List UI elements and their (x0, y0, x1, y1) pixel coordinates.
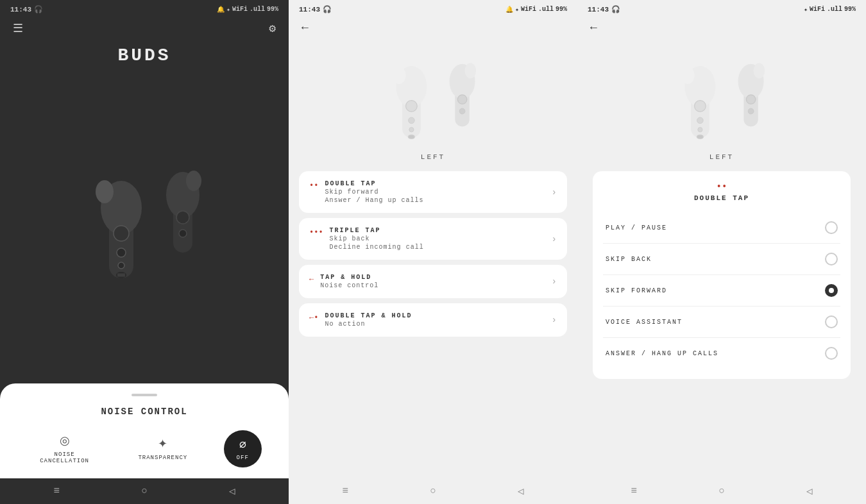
svg-point-32 (681, 67, 695, 84)
app-title: BUDS (0, 46, 289, 65)
option-voice-assistant[interactable]: VOICE ASSISTANT (603, 307, 840, 338)
radio-answer-hang[interactable] (825, 347, 838, 360)
nav-home-icon-1[interactable]: ○ (141, 485, 148, 497)
nav-menu-icon-1[interactable]: ≡ (54, 485, 60, 497)
nav-back-icon-1[interactable]: ◁ (229, 485, 235, 498)
gesture-arrow-3: › (552, 276, 557, 287)
svg-point-27 (465, 63, 477, 78)
gesture-arrow-1: › (552, 187, 557, 197)
svg-point-29 (459, 108, 465, 114)
earbuds-svg-light (350, 46, 516, 148)
phone-3: 11:43 🎧 ✦ WiFi .ull 99% ← (577, 0, 866, 504)
top-bar-3: ← (577, 16, 866, 39)
side-label-3: LEFT (577, 153, 866, 161)
status-bar-3: 11:43 🎧 ✦ WiFi .ull 99% (577, 0, 866, 16)
noise-control-title: NOISE CONTROL (15, 407, 273, 417)
svg-point-44 (748, 108, 754, 114)
option-play-pause[interactable]: PLAY / PAUSE (603, 212, 840, 244)
triple-tap-dot: ••• (309, 228, 323, 237)
svg-point-12 (186, 171, 201, 191)
transparency-btn[interactable]: ✦ TRANSPARENCY (125, 430, 200, 467)
svg-point-3 (114, 226, 129, 241)
gesture-tap-hold[interactable]: ← TAP & HOLD Noise control › (299, 265, 567, 298)
selection-panel-container: •• DOUBLE TAP PLAY / PAUSE SKIP BACK SKI… (577, 171, 866, 478)
selection-panel: •• DOUBLE TAP PLAY / PAUSE SKIP BACK SKI… (593, 171, 851, 379)
svg-point-20 (409, 128, 414, 132)
svg-point-4 (117, 248, 126, 257)
svg-point-35 (698, 128, 702, 132)
gesture-arrow-2: › (552, 234, 557, 244)
off-icon: ⌀ (239, 437, 246, 451)
bottom-nav-3: ≡ ○ ◁ (577, 478, 866, 504)
radio-skip-forward[interactable] (825, 284, 838, 297)
bottom-nav-1: ≡ ○ ◁ (0, 478, 289, 504)
gesture-double-tap[interactable]: •• DOUBLE TAP Skip forward Answer / Hang… (299, 171, 567, 213)
svg-point-19 (409, 117, 415, 124)
transparency-icon: ✦ (158, 437, 167, 451)
top-bar-2: ← (289, 16, 577, 39)
gesture-triple-tap[interactable]: ••• TRIPLE TAP Skip back Decline incomin… (299, 218, 567, 260)
option-answer-hang[interactable]: ANSWER / HANG UP CALLS (603, 338, 840, 369)
earbuds-display (0, 71, 289, 383)
svg-point-13 (176, 211, 189, 224)
phone-1: 11:43 🎧 🔔 ✦ WiFi .ull 99% ☰ ⚙ BUDS (0, 0, 289, 504)
svg-point-28 (457, 95, 466, 104)
earbuds-top-3 (577, 39, 866, 148)
radio-skip-back[interactable] (825, 253, 838, 265)
radio-voice-assistant[interactable] (825, 315, 838, 328)
gesture-double-tap-hold[interactable]: ←• DOUBLE TAP & HOLD No action › (299, 303, 567, 337)
earbuds-svg-light-3 (638, 46, 805, 148)
tap-hold-dot: ← (309, 275, 314, 284)
nav-menu-icon-3[interactable]: ≡ (631, 485, 638, 497)
status-time-1: 11:43 🎧 (10, 5, 43, 13)
double-tap-hold-dot: ←• (309, 314, 318, 323)
back-icon-3[interactable]: ← (590, 21, 597, 34)
double-tap-dot: •• (309, 181, 318, 190)
gesture-arrow-4: › (552, 315, 557, 325)
nav-menu-icon-2[interactable]: ≡ (343, 485, 349, 497)
nav-home-icon-2[interactable]: ○ (430, 485, 436, 497)
side-label-2: LEFT (289, 153, 577, 161)
phone-2: 11:43 🎧 🔔 ✦ WiFi .ull 99% ← (289, 0, 577, 504)
bottom-sheet: NOISE CONTROL ◎ NOISECANCELLATION ✦ TRAN… (0, 383, 289, 478)
svg-point-5 (118, 262, 124, 269)
panel-dots: •• (603, 181, 840, 192)
noise-cancellation-btn[interactable]: ◎ NOISECANCELLATION (27, 427, 102, 471)
option-skip-back[interactable]: SKIP BACK (603, 244, 840, 275)
menu-icon[interactable]: ☰ (13, 21, 23, 35)
back-icon-2[interactable]: ← (301, 21, 309, 34)
noise-controls: ◎ NOISECANCELLATION ✦ TRANSPARENCY ⌀ OFF (15, 427, 273, 471)
status-bar-1: 11:43 🎧 🔔 ✦ WiFi .ull 99% (0, 0, 289, 16)
svg-point-33 (695, 101, 706, 112)
off-btn[interactable]: ⌀ OFF (224, 430, 262, 467)
earbuds-svg-dark (55, 144, 234, 310)
status-bar-2: 11:43 🎧 🔔 ✦ WiFi .ull 99% (289, 0, 577, 16)
bottom-nav-2: ≡ ○ ◁ (289, 478, 577, 504)
nav-home-icon-3[interactable]: ○ (718, 485, 725, 497)
nav-back-icon-2[interactable]: ◁ (518, 485, 524, 498)
svg-point-14 (179, 230, 187, 237)
svg-point-17 (393, 67, 406, 84)
earbuds-top-2 (289, 39, 577, 148)
option-skip-forward[interactable]: SKIP FORWARD (603, 275, 840, 307)
gesture-list: •• DOUBLE TAP Skip forward Answer / Hang… (289, 171, 577, 478)
svg-point-18 (406, 101, 418, 112)
panel-header: •• DOUBLE TAP (603, 181, 840, 202)
sheet-handle (132, 394, 157, 396)
option-list: PLAY / PAUSE SKIP BACK SKIP FORWARD (603, 212, 840, 369)
radio-play-pause[interactable] (825, 221, 838, 234)
nav-back-icon-3[interactable]: ◁ (806, 485, 813, 498)
svg-point-42 (754, 63, 765, 78)
panel-title: DOUBLE TAP (603, 194, 840, 202)
svg-point-43 (746, 95, 755, 104)
settings-icon[interactable]: ⚙ (269, 21, 276, 35)
svg-point-2 (96, 180, 114, 203)
top-bar-1: ☰ ⚙ (0, 16, 289, 40)
svg-point-34 (697, 117, 704, 124)
nc-icon: ◎ (60, 433, 70, 448)
